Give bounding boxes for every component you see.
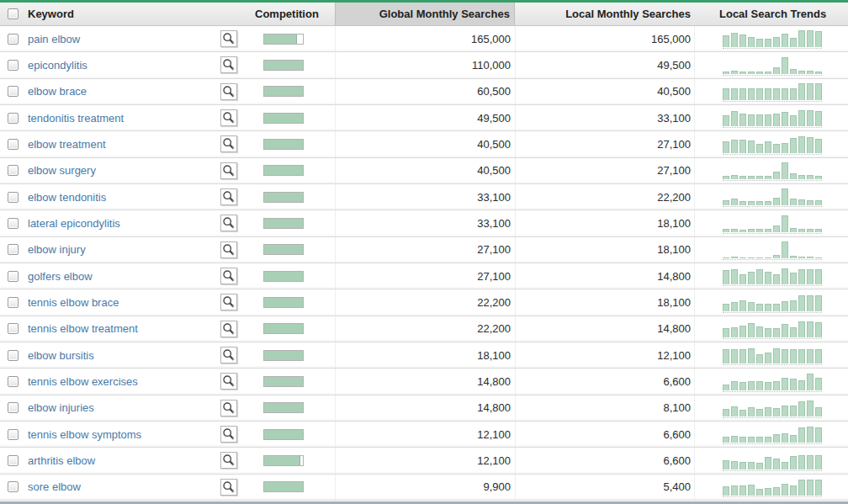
trend-bar [765, 39, 771, 47]
select-all-checkbox[interactable] [8, 8, 19, 19]
trend-bar [723, 88, 729, 100]
row-checkbox[interactable] [8, 244, 19, 255]
row-checkbox[interactable] [8, 34, 19, 45]
row-checkbox[interactable] [8, 402, 19, 413]
trend-bar [798, 427, 805, 443]
keyword-link[interactable]: elbow bursitis [28, 349, 94, 362]
keyword-cell: elbow injuries [25, 401, 217, 414]
competition-bar-fill [264, 377, 303, 386]
search-keyword-button[interactable] [220, 30, 237, 47]
row-checkbox[interactable] [8, 60, 19, 71]
keyword-link[interactable]: elbow treatment [28, 138, 106, 151]
search-keyword-button[interactable] [220, 347, 237, 363]
row-checkbox[interactable] [8, 218, 19, 229]
row-checkbox[interactable] [8, 139, 19, 150]
row-checkbox-cell [0, 192, 25, 203]
keyword-link[interactable]: tennis elbow exercises [28, 375, 138, 388]
keyword-link[interactable]: tennis elbow treatment [28, 322, 138, 335]
trend-bar [782, 215, 788, 232]
trend-bar [765, 201, 771, 205]
row-checkbox[interactable] [8, 455, 19, 466]
row-checkbox[interactable] [8, 481, 19, 492]
keyword-link[interactable]: epicondylitis [28, 59, 87, 72]
row-checkbox[interactable] [8, 271, 19, 282]
local-monthly-searches-value: 27,100 [515, 131, 694, 157]
local-monthly-searches-value: 14,800 [515, 263, 694, 289]
keyword-link[interactable]: elbow surgery [28, 164, 96, 177]
column-header-keyword[interactable]: Keyword [25, 8, 217, 20]
column-header-global-monthly-searches[interactable]: Global Monthly Searches [335, 3, 515, 25]
trend-bar [782, 268, 788, 284]
trend-bar [782, 162, 788, 179]
trend-bar [723, 115, 729, 126]
trend-bar [765, 328, 771, 337]
trend-bar [798, 349, 805, 363]
search-keyword-button[interactable] [220, 452, 237, 469]
keyword-link[interactable]: golfers elbow [28, 270, 93, 283]
search-keyword-button[interactable] [220, 479, 237, 496]
search-keyword-button[interactable] [220, 241, 237, 258]
search-keyword-button[interactable] [220, 400, 237, 416]
search-keyword-button[interactable] [220, 135, 237, 152]
row-checkbox-cell [0, 60, 25, 71]
search-keyword-button[interactable] [220, 83, 237, 100]
trend-bar [723, 176, 729, 179]
keyword-cell: elbow surgery [25, 164, 217, 177]
row-checkbox[interactable] [8, 192, 19, 203]
row-checkbox[interactable] [8, 323, 19, 334]
trend-bar [782, 188, 788, 205]
row-checkbox[interactable] [8, 350, 19, 361]
row-checkbox[interactable] [8, 429, 19, 440]
search-keyword-button[interactable] [220, 426, 237, 443]
row-checkbox[interactable] [8, 113, 19, 124]
trend-bar [773, 328, 780, 337]
competition-bar [263, 192, 304, 203]
keyword-link[interactable]: pain elbow [28, 33, 80, 45]
competition-bar [263, 350, 304, 361]
search-keyword-button[interactable] [220, 215, 237, 231]
trend-bar [731, 302, 738, 311]
trend-bar [815, 229, 822, 232]
keyword-link[interactable]: elbow tendonitis [28, 191, 106, 204]
row-checkbox[interactable] [8, 297, 19, 308]
keyword-link[interactable]: elbow brace [28, 85, 87, 98]
trend-bar [756, 409, 763, 416]
keyword-link[interactable]: arthritis elbow [28, 454, 95, 467]
search-keyword-button[interactable] [220, 162, 237, 179]
local-monthly-searches-value: 22,200 [515, 184, 694, 210]
search-keyword-button[interactable] [220, 294, 237, 310]
trend-bar [723, 460, 729, 470]
keyword-link[interactable]: tennis elbow symptoms [28, 428, 141, 441]
global-monthly-searches-value: 33,100 [335, 184, 515, 210]
local-monthly-searches-value: 40,500 [515, 79, 694, 104]
search-keyword-button[interactable] [220, 56, 237, 73]
trend-bar [748, 72, 755, 74]
keyword-link[interactable]: tendonitis treatment [28, 112, 124, 125]
column-header-local-monthly-searches[interactable]: Local Monthly Searches [515, 8, 694, 20]
search-keyword-button[interactable] [220, 188, 237, 205]
trend-bar [723, 229, 729, 232]
trend-bar [739, 437, 746, 443]
row-action-cell [217, 162, 251, 179]
keyword-link[interactable]: tennis elbow brace [28, 296, 119, 309]
search-keyword-button[interactable] [220, 268, 237, 284]
row-checkbox[interactable] [8, 165, 19, 176]
search-keyword-button[interactable] [220, 373, 237, 390]
row-checkbox[interactable] [8, 376, 19, 387]
search-keyword-button[interactable] [220, 321, 237, 337]
column-header-competition[interactable]: Competition [251, 8, 335, 20]
trend-bar [790, 228, 797, 232]
keyword-link[interactable]: sore elbow [28, 480, 81, 493]
column-header-local-search-trends[interactable]: Local Search Trends [694, 8, 848, 20]
competition-bar-fill [264, 34, 297, 44]
trend-bar [756, 304, 763, 311]
keyword-link[interactable]: elbow injury [28, 243, 86, 256]
competition-bar [263, 34, 304, 45]
trend-bar [773, 459, 780, 470]
row-checkbox[interactable] [8, 86, 19, 97]
keyword-link[interactable]: lateral epicondylitis [28, 217, 120, 230]
trend-bar [739, 382, 746, 390]
keyword-link[interactable]: elbow injuries [28, 401, 94, 414]
search-keyword-button[interactable] [220, 109, 237, 126]
trend-bar [807, 229, 814, 232]
